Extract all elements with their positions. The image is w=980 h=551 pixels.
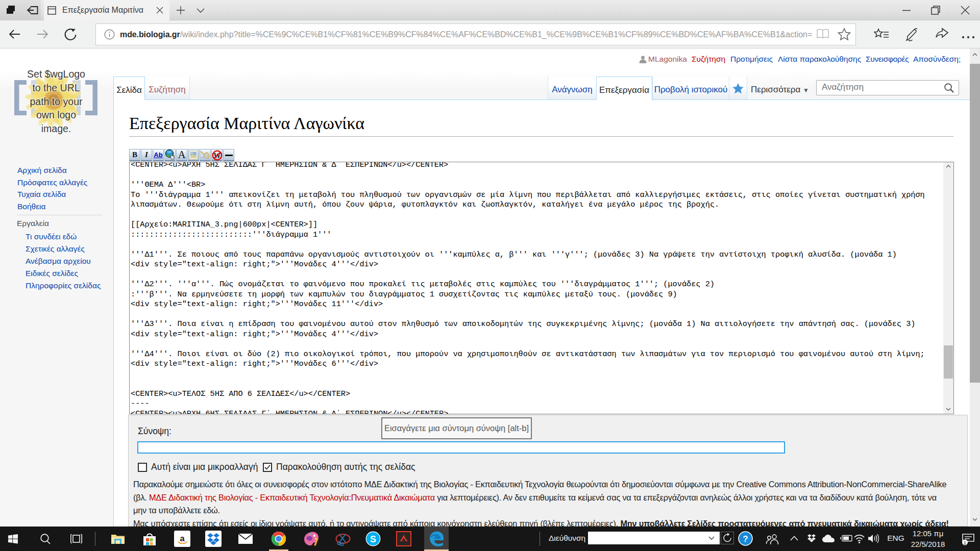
svg-text:a: a xyxy=(180,534,185,543)
svg-text:own logo: own logo xyxy=(36,109,76,120)
svg-text:?: ? xyxy=(743,534,748,544)
svg-text:path to your: path to your xyxy=(30,96,83,107)
svg-text:Set $wgLogo: Set $wgLogo xyxy=(27,68,85,80)
svg-text:image.: image. xyxy=(41,123,71,134)
svg-text:to the URL: to the URL xyxy=(32,82,80,93)
svg-text:S: S xyxy=(370,534,376,544)
svg-text:1: 1 xyxy=(964,540,966,545)
